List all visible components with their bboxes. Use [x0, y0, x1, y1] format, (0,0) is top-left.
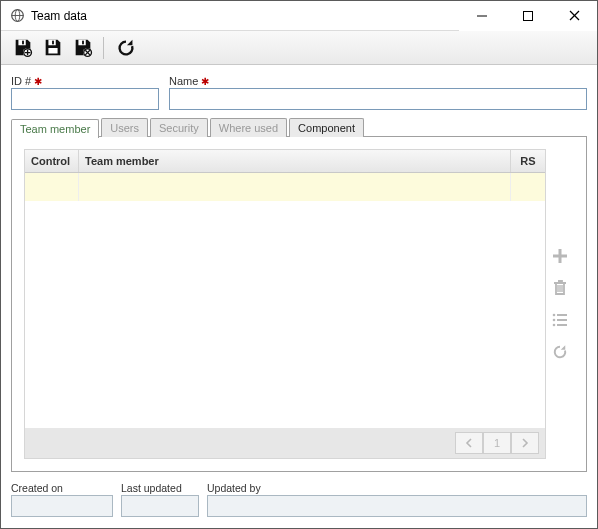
updated-by-label: Updated by [207, 482, 587, 494]
save-button[interactable] [41, 36, 65, 60]
toolbar [1, 31, 597, 65]
svg-rect-7 [18, 39, 25, 45]
col-rs[interactable]: RS [511, 150, 545, 172]
created-on-field: Created on [11, 482, 113, 517]
svg-point-18 [553, 314, 556, 317]
footer: Created on Last updated Updated by [1, 478, 597, 525]
tabs: Team member Users Security Where used Co… [11, 118, 587, 137]
minimize-button[interactable] [459, 1, 505, 31]
cell-team-member [79, 173, 511, 201]
name-field: Name✱ [169, 75, 587, 110]
svg-rect-21 [557, 319, 567, 321]
tab-component[interactable]: Component [289, 118, 364, 137]
created-on-label: Created on [11, 482, 113, 494]
team-member-grid: Control Team member RS 1 [24, 149, 546, 459]
id-input[interactable] [11, 88, 159, 110]
save-close-button[interactable] [71, 36, 95, 60]
name-input[interactable] [169, 88, 587, 110]
id-label: ID #✱ [11, 75, 159, 87]
refresh-grid-button[interactable] [549, 341, 571, 363]
tab-where-used[interactable]: Where used [210, 118, 287, 137]
svg-rect-4 [524, 11, 533, 20]
toolbar-separator [103, 37, 104, 59]
cell-rs [511, 173, 545, 201]
updated-by-input [207, 495, 587, 517]
svg-rect-8 [22, 40, 24, 44]
list-button[interactable] [549, 309, 571, 331]
svg-rect-12 [52, 40, 54, 44]
pager-next-button[interactable] [511, 432, 539, 454]
svg-rect-23 [557, 324, 567, 326]
required-icon: ✱ [201, 76, 209, 87]
refresh-button[interactable] [114, 36, 138, 60]
pager-page[interactable]: 1 [483, 432, 511, 454]
grid-pager: 1 [25, 428, 545, 458]
delete-row-button[interactable] [549, 277, 571, 299]
tab-panel: Control Team member RS 1 [11, 136, 587, 472]
app-globe-icon [9, 8, 25, 24]
grid-body [25, 173, 545, 428]
required-icon: ✱ [34, 76, 42, 87]
col-control[interactable]: Control [25, 150, 79, 172]
id-field: ID #✱ [11, 75, 159, 110]
save-new-button[interactable] [11, 36, 35, 60]
last-updated-field: Last updated [121, 482, 199, 517]
pager-prev-button[interactable] [455, 432, 483, 454]
name-label: Name✱ [169, 75, 587, 87]
updated-by-field: Updated by [207, 482, 587, 517]
titlebar: Team data [1, 1, 597, 31]
created-on-input [11, 495, 113, 517]
last-updated-input [121, 495, 199, 517]
grid-header: Control Team member RS [25, 150, 545, 173]
maximize-button[interactable] [505, 1, 551, 31]
last-updated-label: Last updated [121, 482, 199, 494]
add-row-button[interactable] [549, 245, 571, 267]
tab-team-member[interactable]: Team member [11, 119, 99, 138]
tab-users[interactable]: Users [101, 118, 148, 137]
close-button[interactable] [551, 1, 597, 31]
tab-security[interactable]: Security [150, 118, 208, 137]
svg-rect-19 [557, 314, 567, 316]
svg-point-20 [553, 319, 556, 322]
col-team-member[interactable]: Team member [79, 150, 511, 172]
svg-rect-14 [78, 39, 85, 45]
window-title: Team data [31, 9, 459, 23]
svg-rect-13 [48, 48, 57, 54]
grid-side-tools [546, 149, 574, 459]
table-row[interactable] [25, 173, 545, 201]
svg-point-22 [553, 324, 556, 327]
svg-rect-15 [82, 40, 84, 44]
cell-control [25, 173, 79, 201]
